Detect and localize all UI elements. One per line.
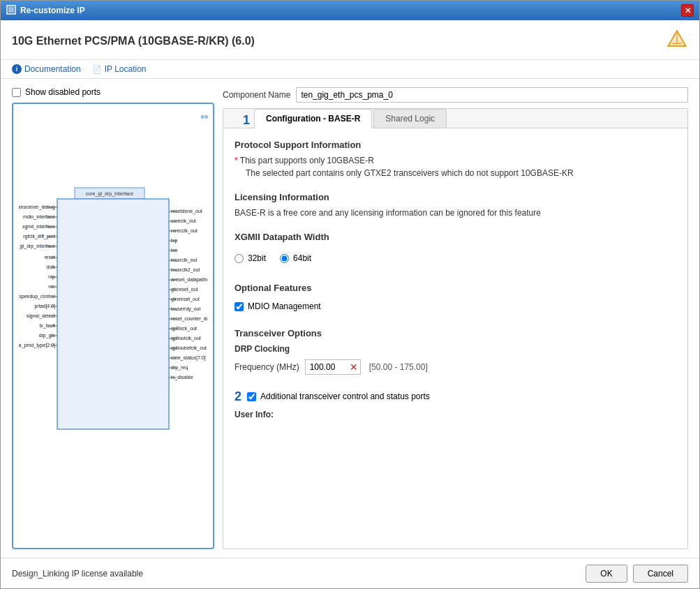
mdio-checkbox[interactable]	[234, 302, 244, 311]
additional-ports-label: Additional transceiver control and statu…	[260, 392, 430, 401]
drp-section: DRP Clocking Frequency (MHz) ✕ [50.00 - …	[234, 344, 676, 375]
svg-text:sim_speedup_control: sim_speedup_control	[19, 294, 55, 299]
frequency-range: [50.00 - 175.00]	[369, 362, 428, 372]
footer-buttons: OK Cancel	[586, 565, 688, 583]
show-disabled-row: Show disabled ports	[12, 87, 214, 97]
svg-text:pma_pmd_type[2:0]: pma_pmd_type[2:0]	[19, 343, 55, 348]
protocol-line1-text: This part supports only 10GBASE-R	[240, 156, 374, 165]
ip-diagram: core_gt_drp_Interface transceiver_debug …	[19, 110, 207, 542]
svg-rect-8	[57, 199, 169, 429]
show-disabled-label: Show disabled ports	[25, 87, 100, 97]
transceiver-title: Transceiver Options	[234, 328, 676, 338]
ip-location-link[interactable]: 📄 IP Location	[92, 64, 147, 74]
svg-text:+: +	[42, 224, 45, 229]
documentation-link[interactable]: i Documentation	[12, 64, 81, 74]
xgmii-radio-group: 32bit 64bit	[234, 248, 676, 269]
step2-number: 2	[234, 389, 241, 404]
svg-text:dclk: dclk	[47, 264, 56, 269]
right-panel: Component Name 1 Configuration - BASE-R …	[223, 87, 688, 549]
show-disabled-checkbox[interactable]	[12, 88, 21, 97]
footer: Design_Linking IP license available OK C…	[1, 558, 699, 588]
tab-shared-logic[interactable]: Shared Logic	[373, 109, 447, 128]
nav-bar: i Documentation 📄 IP Location	[1, 60, 699, 79]
info-icon: i	[12, 64, 22, 74]
tab-configuration[interactable]: Configuration - BASE-R	[254, 109, 372, 128]
diagram-box: ⇔ core_gt_drp_Interface transceiver_debu…	[12, 103, 214, 549]
frequency-clear-button[interactable]: ✕	[350, 361, 358, 373]
main-window: Re-customize IP ✕ 10G Ethernet PCS/PMA (…	[0, 0, 700, 589]
additional-ports-checkbox[interactable]	[247, 392, 256, 401]
left-panel: Show disabled ports ⇔ core_gt_drp_Interf…	[12, 87, 214, 549]
licensing-section: Licensing Information BASE-R is a free c…	[234, 192, 676, 218]
content-area: 10G Ethernet PCS/PMA (10GBASE-R/KR) (6.0…	[1, 20, 699, 588]
step1-number: 1	[243, 113, 250, 128]
svg-text:txn: txn	[171, 248, 177, 253]
optional-title: Optional Features	[234, 283, 676, 293]
tab-content: Protocol Support Information * This part…	[223, 128, 687, 549]
radio-64bit-input[interactable]	[280, 254, 289, 263]
svg-rect-1	[8, 7, 14, 13]
svg-text:reset: reset	[44, 255, 55, 260]
additional-ports-option[interactable]: Additional transceiver control and statu…	[247, 389, 430, 404]
protocol-line1: * This part supports only 10GBASE-R	[234, 156, 676, 165]
user-info-section: User Info:	[234, 410, 676, 419]
header-section: 10G Ethernet PCS/PMA (10GBASE-R/KR) (6.0…	[1, 20, 699, 60]
asterisk-icon: *	[234, 156, 238, 165]
resize-handle[interactable]: ⇔	[200, 111, 209, 122]
drp-clocking-label: DRP Clocking	[234, 344, 676, 354]
close-button[interactable]: ✕	[681, 4, 694, 17]
protocol-section: Protocol Support Information * This part…	[234, 140, 676, 178]
mdio-checkbox-option[interactable]: MDIO Management	[234, 299, 676, 314]
licensing-text: BASE-R is a free core and any licensing …	[234, 208, 676, 218]
svg-text:rxn: rxn	[48, 284, 55, 289]
user-info-label: User Info:	[234, 410, 676, 419]
app-title: 10G Ethernet PCS/PMA (10GBASE-R/KR) (6.0…	[12, 29, 688, 54]
component-name-input[interactable]	[296, 87, 688, 103]
optional-section: Optional Features MDIO Management	[234, 283, 676, 314]
protocol-line2: The selected part contains only GTXE2 tr…	[234, 168, 676, 178]
vivado-logo	[666, 29, 688, 54]
transceiver-section: Transceiver Options DRP Clocking Frequen…	[234, 328, 676, 375]
svg-text:signal_detect: signal_detect	[27, 313, 55, 319]
window-title-icon	[6, 5, 16, 17]
radio-32bit-label: 32bit	[248, 253, 266, 263]
licensing-title: Licensing Information	[234, 192, 676, 202]
frequency-input-wrapper: ✕	[305, 359, 361, 375]
ok-button[interactable]: OK	[586, 565, 627, 583]
radio-32bit-input[interactable]	[234, 254, 244, 263]
xgmii-title: XGMII Datapath Width	[234, 232, 676, 242]
radio-64bit[interactable]: 64bit	[280, 253, 311, 263]
main-content: Show disabled ports ⇔ core_gt_drp_Interf…	[1, 79, 699, 558]
mdio-label: MDIO Management	[248, 301, 321, 311]
svg-text:+: +	[42, 234, 45, 239]
drp-row: Frequency (MHz) ✕ [50.00 - 175.00]	[234, 359, 676, 375]
svg-text:+: +	[42, 214, 45, 219]
svg-text:+: +	[42, 244, 45, 248]
radio-32bit[interactable]: 32bit	[234, 253, 266, 263]
window-title-text: Re-customize IP	[20, 6, 85, 15]
config-panel: 1 Configuration - BASE-R Shared Logic Pr…	[223, 108, 688, 549]
xgmii-section: XGMII Datapath Width 32bit 64bit	[234, 232, 676, 269]
footer-status: Design_Linking IP license available	[12, 569, 143, 579]
tab-bar: 1 Configuration - BASE-R Shared Logic	[223, 109, 687, 128]
location-icon: 📄	[92, 65, 102, 74]
title-bar: Re-customize IP ✕	[1, 1, 699, 20]
step2-row: 2 Additional transceiver control and sta…	[234, 389, 676, 404]
svg-text:core_gt_drp_Interface: core_gt_drp_Interface	[86, 191, 134, 197]
cancel-button[interactable]: Cancel	[633, 565, 688, 583]
component-name-row: Component Name	[223, 87, 688, 103]
frequency-label: Frequency (MHz)	[234, 362, 299, 372]
app-title-text: 10G Ethernet PCS/PMA (10GBASE-R/KR) (6.0…	[12, 35, 255, 47]
protocol-title: Protocol Support Information	[234, 140, 676, 150]
component-name-label: Component Name	[223, 90, 290, 100]
radio-64bit-label: 64bit	[293, 253, 311, 263]
svg-text:+: +	[42, 204, 45, 209]
